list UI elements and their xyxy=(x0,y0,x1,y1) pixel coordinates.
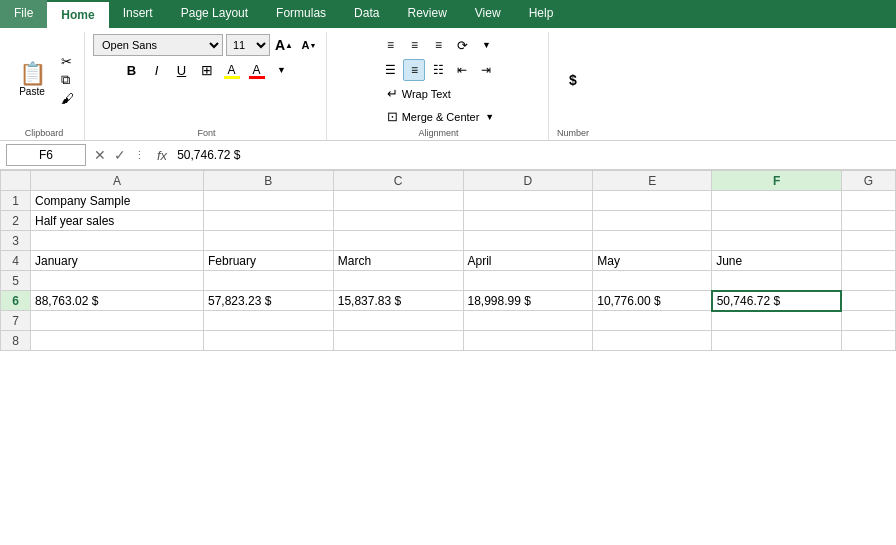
bold-button[interactable]: B xyxy=(121,59,143,81)
cell-D1[interactable] xyxy=(463,191,593,211)
cell-G5[interactable] xyxy=(841,271,895,291)
cell-A4[interactable]: January xyxy=(31,251,204,271)
copy-button[interactable]: ⧉ xyxy=(57,71,78,89)
cell-D7[interactable] xyxy=(463,311,593,331)
tab-page-layout[interactable]: Page Layout xyxy=(167,0,262,28)
formula-input[interactable] xyxy=(177,144,890,166)
cell-G1[interactable] xyxy=(841,191,895,211)
align-bottom-button[interactable]: ≡ xyxy=(427,34,449,56)
align-top-button[interactable]: ≡ xyxy=(379,34,401,56)
cell-D3[interactable] xyxy=(463,231,593,251)
font-color-button[interactable]: A xyxy=(246,59,268,81)
cell-A7[interactable] xyxy=(31,311,204,331)
tab-file[interactable]: File xyxy=(0,0,47,28)
currency-button[interactable]: $ xyxy=(562,69,584,91)
confirm-icon[interactable]: ✓ xyxy=(112,147,128,163)
cell-C4[interactable]: March xyxy=(333,251,463,271)
cell-G6[interactable] xyxy=(841,291,895,311)
col-header-b[interactable]: B xyxy=(204,171,334,191)
cell-F3[interactable] xyxy=(712,231,842,251)
font-size-select[interactable]: 11 xyxy=(226,34,270,56)
fill-color-button[interactable]: A xyxy=(221,59,243,81)
cell-F4[interactable]: June xyxy=(712,251,842,271)
cell-G2[interactable] xyxy=(841,211,895,231)
cell-A6[interactable]: 88,763.02 $ xyxy=(31,291,204,311)
cell-E8[interactable] xyxy=(593,331,712,351)
cell-B1[interactable] xyxy=(204,191,334,211)
align-center-button[interactable]: ≡ xyxy=(403,59,425,81)
row-header-7[interactable]: 7 xyxy=(1,311,31,331)
cell-C7[interactable] xyxy=(333,311,463,331)
cell-A8[interactable] xyxy=(31,331,204,351)
cell-F7[interactable] xyxy=(712,311,842,331)
cell-C6[interactable]: 15,837.83 $ xyxy=(333,291,463,311)
merge-center-button[interactable]: ⊡ Merge & Center ▼ xyxy=(381,107,501,126)
tab-review[interactable]: Review xyxy=(393,0,460,28)
cell-G8[interactable] xyxy=(841,331,895,351)
indent-increase-button[interactable]: ⇥ xyxy=(475,59,497,81)
format-painter-button[interactable]: 🖌 xyxy=(57,90,78,107)
cell-A5[interactable] xyxy=(31,271,204,291)
cell-B2[interactable] xyxy=(204,211,334,231)
col-header-e[interactable]: E xyxy=(593,171,712,191)
row-header-8[interactable]: 8 xyxy=(1,331,31,351)
tab-formulas[interactable]: Formulas xyxy=(262,0,340,28)
col-header-g[interactable]: G xyxy=(841,171,895,191)
align-right-button[interactable]: ☷ xyxy=(427,59,449,81)
tab-help[interactable]: Help xyxy=(515,0,568,28)
cell-G3[interactable] xyxy=(841,231,895,251)
increase-font-button[interactable]: A▲ xyxy=(273,34,295,56)
cell-D6[interactable]: 18,998.99 $ xyxy=(463,291,593,311)
col-header-f[interactable]: F xyxy=(712,171,842,191)
cell-B8[interactable] xyxy=(204,331,334,351)
borders-button[interactable]: ⊞ xyxy=(196,59,218,81)
cell-D8[interactable] xyxy=(463,331,593,351)
text-direction-button[interactable]: ⟳ xyxy=(451,34,473,56)
cancel-icon[interactable]: ✕ xyxy=(92,147,108,163)
cell-B7[interactable] xyxy=(204,311,334,331)
font-name-select[interactable]: Open Sans xyxy=(93,34,223,56)
tab-insert[interactable]: Insert xyxy=(109,0,167,28)
tab-home[interactable]: Home xyxy=(47,0,108,28)
expand-icon[interactable]: ⋮ xyxy=(132,149,147,162)
cell-C3[interactable] xyxy=(333,231,463,251)
cell-B5[interactable] xyxy=(204,271,334,291)
cell-F2[interactable] xyxy=(712,211,842,231)
cell-F1[interactable] xyxy=(712,191,842,211)
paste-button[interactable]: 📋 Paste xyxy=(10,61,54,99)
cell-E1[interactable] xyxy=(593,191,712,211)
row-header-1[interactable]: 1 xyxy=(1,191,31,211)
cell-F5[interactable] xyxy=(712,271,842,291)
row-header-4[interactable]: 4 xyxy=(1,251,31,271)
row-header-5[interactable]: 5 xyxy=(1,271,31,291)
cell-G7[interactable] xyxy=(841,311,895,331)
cell-C1[interactable] xyxy=(333,191,463,211)
wrap-text-button[interactable]: ↵ Wrap Text xyxy=(381,84,501,103)
align-middle-button[interactable]: ≡ xyxy=(403,34,425,56)
cell-E6[interactable]: 10,776.00 $ xyxy=(593,291,712,311)
cell-B3[interactable] xyxy=(204,231,334,251)
cell-B4[interactable]: February xyxy=(204,251,334,271)
cell-E7[interactable] xyxy=(593,311,712,331)
col-header-d[interactable]: D xyxy=(463,171,593,191)
row-header-3[interactable]: 3 xyxy=(1,231,31,251)
text-direction-dropdown[interactable]: ▼ xyxy=(475,34,497,56)
name-box[interactable] xyxy=(6,144,86,166)
cell-C2[interactable] xyxy=(333,211,463,231)
row-header-2[interactable]: 2 xyxy=(1,211,31,231)
cut-button[interactable]: ✂ xyxy=(57,53,78,70)
col-header-c[interactable]: C xyxy=(333,171,463,191)
underline-button[interactable]: U xyxy=(171,59,193,81)
indent-decrease-button[interactable]: ⇤ xyxy=(451,59,473,81)
cell-E4[interactable]: May xyxy=(593,251,712,271)
merge-dropdown-arrow[interactable]: ▼ xyxy=(485,112,494,122)
cell-E5[interactable] xyxy=(593,271,712,291)
cell-A1[interactable]: Company Sample xyxy=(31,191,204,211)
col-header-a[interactable]: A xyxy=(31,171,204,191)
decrease-font-button[interactable]: A▼ xyxy=(298,34,320,56)
cell-C5[interactable] xyxy=(333,271,463,291)
cell-A2[interactable]: Half year sales xyxy=(31,211,204,231)
cell-C8[interactable] xyxy=(333,331,463,351)
cell-E2[interactable] xyxy=(593,211,712,231)
cell-A3[interactable] xyxy=(31,231,204,251)
